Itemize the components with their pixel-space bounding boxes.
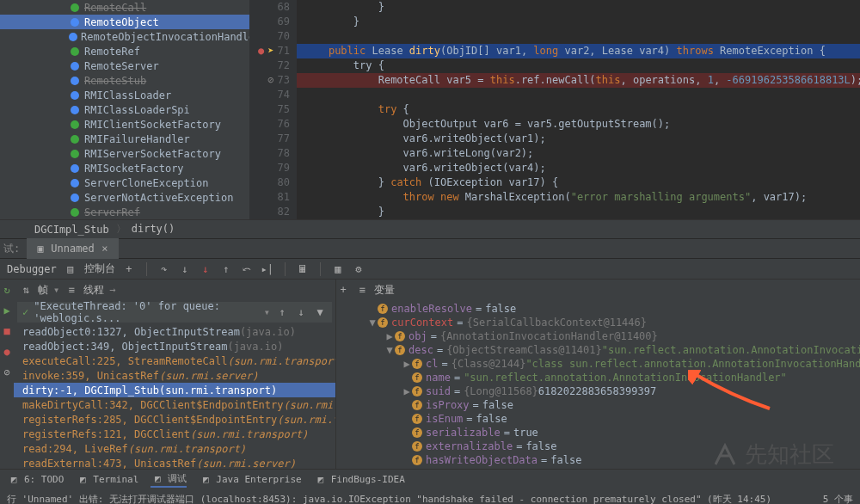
twistie-icon[interactable]: ▶	[402, 385, 412, 397]
toolwindow-tab[interactable]: ◩调试	[150, 471, 187, 488]
next-frame-icon[interactable]: ↓	[294, 305, 308, 319]
cls-icon	[69, 16, 81, 28]
filter-frames-icon[interactable]: ▼	[313, 305, 327, 319]
iface-icon	[69, 2, 81, 14]
iface-icon	[69, 206, 81, 218]
current-line-icon: ➤	[267, 44, 273, 58]
stack-frame[interactable]: executeCall:225, StreamRemoteCall (sun.r…	[14, 353, 335, 368]
project-tree[interactable]: RemoteCallRemoteObjectRemoteObjectInvoca…	[0, 0, 249, 219]
resume-icon[interactable]: ▶	[0, 304, 14, 317]
variable-row[interactable]: fenableResolve=false	[350, 302, 860, 316]
settings-icon[interactable]: ⚙	[352, 262, 366, 276]
field-icon: f	[412, 386, 422, 396]
twistie-icon[interactable]: ▶	[384, 330, 395, 342]
layout-icon[interactable]: ▦	[331, 262, 345, 276]
tree-item[interactable]: RemoteObjectInvocationHandler	[0, 29, 249, 44]
expand-icon[interactable]: +	[122, 262, 136, 276]
stack-frame[interactable]: read:294, LiveRef (sun.rmi.transport)	[14, 441, 335, 456]
tree-item[interactable]: RMIFailureHandler	[0, 132, 249, 146]
tree-item[interactable]: RMIServerSocketFactory	[0, 146, 249, 161]
run-tabbar: 试: ▣ Unnamed ×	[0, 238, 860, 259]
variable-row[interactable]: fexternalizable=false	[350, 439, 860, 453]
stack-frame[interactable]: readExternal:473, UnicastRef (sun.rmi.se…	[14, 456, 335, 469]
debugger-tab[interactable]: Debugger	[7, 263, 57, 275]
toolwindow-tab[interactable]: ◩Java Enterprise	[199, 473, 301, 487]
tree-item[interactable]: ServerCloneException	[0, 175, 249, 190]
thread-selector[interactable]: ✓ "ExecuteThread: '0' for queue: 'weblog…	[17, 302, 332, 323]
run-tab-unnamed[interactable]: ▣ Unnamed ×	[27, 238, 119, 259]
frames-list[interactable]: readObject0:1327, ObjectInputStream (jav…	[14, 324, 335, 469]
variable-row[interactable]: fserializable=true	[350, 426, 860, 439]
breadcrumb[interactable]: DGCImpl_Stub dirty()	[0, 219, 860, 238]
tree-item[interactable]: RemoteObject	[0, 15, 249, 29]
tree-item[interactable]: RMISocketFactory	[0, 161, 249, 175]
tree-item[interactable]: RemoteStub	[0, 73, 249, 88]
variable-row[interactable]: fhasBlockExternalData=false	[350, 467, 860, 469]
tree-item[interactable]: RMIClientSocketFactory	[0, 117, 249, 132]
no-entry-icon: ⊘	[267, 73, 273, 88]
tree-item[interactable]: RemoteRef	[0, 44, 249, 58]
iface-icon	[69, 148, 81, 160]
close-icon[interactable]: ×	[98, 242, 112, 255]
stack-frame[interactable]: registerRefs:121, DGCClient (sun.rmi.tra…	[14, 427, 335, 441]
threads-icon[interactable]: ≡	[64, 283, 78, 297]
stop-icon[interactable]: ■	[0, 324, 14, 338]
toolwindow-tab[interactable]: ◩FindBugs-IDEA	[314, 473, 405, 487]
variable-row[interactable]: fhasWriteObjectData=false	[350, 453, 860, 467]
stack-frame[interactable]: dirty:-1, DGCImpl_Stub (sun.rmi.transpor…	[14, 383, 335, 397]
tree-item[interactable]: ServerRef	[0, 205, 249, 219]
check-icon: ✓	[22, 306, 28, 318]
toolwindow-tab[interactable]: ◩6: TODO	[7, 473, 64, 487]
drop-frame-icon[interactable]: ⤺	[240, 262, 254, 276]
step-out-icon[interactable]: ↑	[219, 262, 233, 276]
crumb-class[interactable]: DGCImpl_Stub	[34, 224, 109, 236]
filter-icon[interactable]: ⇅	[19, 283, 33, 297]
stack-frame[interactable]: makeDirtyCall:342, DGCClient$EndpointEnt…	[14, 397, 335, 412]
cls-icon	[69, 89, 81, 101]
breakpoint-icon[interactable]: ●	[258, 44, 264, 58]
add-watch-icon[interactable]: +	[336, 283, 350, 297]
variable-row[interactable]: ▼fdesc={ObjectStreamClass@11401} "sun.re…	[350, 343, 860, 357]
evaluate-icon[interactable]: 🖩	[296, 262, 310, 276]
variable-row[interactable]: fisProxy=false	[350, 398, 860, 412]
cls-icon	[69, 31, 77, 43]
tree-item[interactable]: RMIClassLoaderSpi	[0, 102, 249, 117]
console-tab[interactable]: 控制台	[84, 261, 115, 276]
tree-item[interactable]: RemoteCall	[0, 0, 249, 15]
step-into-icon[interactable]: ↓	[178, 262, 192, 276]
prev-frame-icon[interactable]: ↑	[275, 305, 289, 319]
crumb-method[interactable]: dirty()	[116, 222, 175, 237]
stack-frame[interactable]: invoke:359, UnicastRef (sun.rmi.server)	[14, 368, 335, 383]
variable-row[interactable]: ▶fcl={Class@2144} "class sun.reflect.ann…	[350, 357, 860, 371]
code-editor[interactable]: 686970●➤7172⊘737475767778798081828384858…	[249, 0, 860, 219]
twistie-icon[interactable]: ▶	[402, 358, 412, 370]
tree-item[interactable]: RemoteServer	[0, 58, 249, 73]
twistie-icon[interactable]: ▼	[384, 344, 395, 356]
mute-icon[interactable]: ⊘	[0, 366, 14, 379]
stack-frame[interactable]: readObject:349, ObjectInputStream (java.…	[14, 339, 335, 353]
run-to-cursor-icon[interactable]: ▸|	[261, 262, 274, 276]
toolwindow-tab[interactable]: ◩Terminal	[76, 473, 138, 487]
variable-row[interactable]: ▶fsuid={Long@11568} 6182022883658399397	[350, 384, 860, 398]
variable-row[interactable]: fname="sun.reflect.annotation.Annotation…	[350, 371, 860, 384]
tree-item[interactable]: ServerNotActiveException	[0, 190, 249, 205]
stack-frame[interactable]: registerRefs:285, DGCClient$EndpointEntr…	[14, 412, 335, 427]
tree-item[interactable]: RMIClassLoader	[0, 88, 249, 102]
stack-frame[interactable]: readObject0:1327, ObjectInputStream (jav…	[14, 324, 335, 339]
debug-side-actions[interactable]: ↻ ▶ ■ ● ⊘	[0, 280, 14, 469]
variable-row[interactable]: ▶fobj={AnnotationInvocationHandler@11400…	[350, 329, 860, 343]
field-icon: f	[412, 359, 422, 369]
variable-row[interactable]: ▼fcurContext={SerialCallbackContext@1144…	[350, 316, 860, 329]
code-body[interactable]: } } public Lease dirty(ObjID[] var1, lon…	[297, 0, 860, 219]
rerun-icon[interactable]: ↻	[0, 283, 14, 297]
iface-icon	[69, 46, 81, 58]
field-icon: f	[412, 427, 422, 438]
force-step-into-icon[interactable]: ↓	[199, 262, 212, 276]
twistie-icon[interactable]: ▼	[367, 317, 378, 329]
variables-panel: ≡ 变量 — » Men fenableResolve=false▼fcurCo…	[350, 280, 860, 469]
breakpoints-icon[interactable]: ●	[0, 345, 14, 359]
variable-row[interactable]: fisEnum=false	[350, 412, 860, 426]
step-over-icon[interactable]: ↷	[157, 262, 171, 276]
variables-list[interactable]: fenableResolve=false▼fcurContext={Serial…	[350, 300, 860, 469]
separator	[320, 262, 321, 276]
